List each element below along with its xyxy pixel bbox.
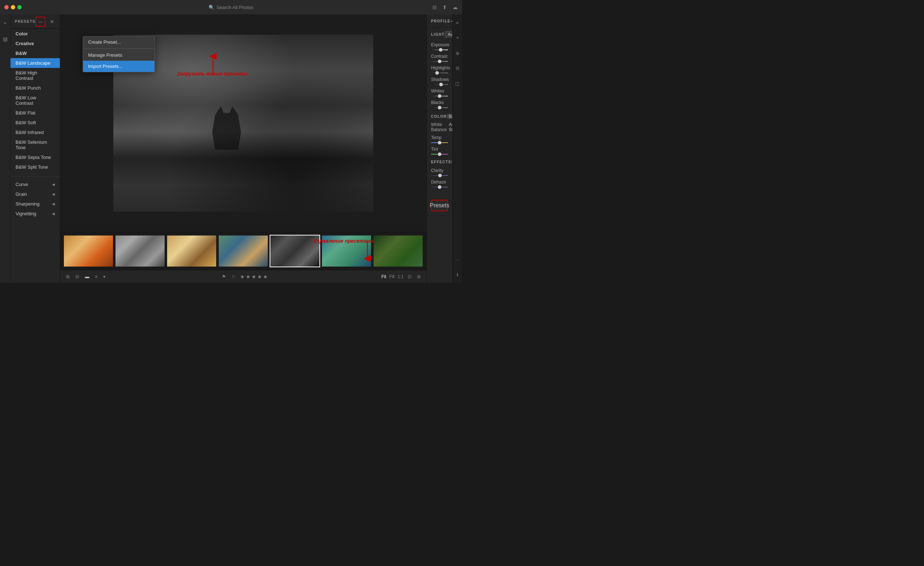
preset-expandable-vignetting[interactable]: Vignetting ◀ [10, 209, 60, 218]
single-view-icon[interactable]: ▬ [83, 273, 91, 280]
presets-close-button[interactable]: ✕ [48, 18, 56, 25]
traffic-lights [4, 5, 22, 9]
filter-icon[interactable]: ⊟ [432, 5, 437, 10]
preset-expandable-sharpening[interactable]: Sharpening ◀ [10, 199, 60, 209]
exposure-row: Exposure +0,29 [427, 41, 452, 49]
preset-item-bw-high-contrast[interactable]: B&W High Contrast [10, 68, 60, 83]
bw-badge[interactable]: B&W [447, 114, 452, 119]
thumb-1-img [64, 235, 113, 266]
add-icon[interactable]: ＋ [0, 18, 10, 28]
fit-button[interactable]: Fit [381, 274, 386, 279]
left-sidebar: ＋ ▤ [0, 14, 10, 283]
shadows-slider[interactable] [427, 83, 452, 87]
preset-item-bw-low-contrast[interactable]: B&W Low Contrast [10, 93, 60, 108]
highlights-thumb[interactable] [435, 71, 439, 75]
adjustments-icon[interactable]: ≡ [453, 18, 462, 27]
whites-slider[interactable] [427, 95, 452, 99]
color-section: COLOR B&W ▾ White Balance As Shot ▾ ✏ Te… [427, 110, 452, 157]
sort-dropdown[interactable]: ▾ [102, 273, 107, 280]
blacks-thumb[interactable] [438, 106, 441, 110]
preset-item-bw-flat[interactable]: B&W Flat [10, 108, 60, 118]
white-balance-value[interactable]: As Shot ▾ [449, 122, 452, 132]
sort-icon[interactable]: ≡ [93, 273, 99, 280]
import-presets-item[interactable]: Import Presets... [83, 61, 154, 72]
preset-item-bw-landscape[interactable]: B&W Landscape [10, 58, 60, 68]
exposure-slider[interactable] [427, 49, 452, 53]
layers-icon[interactable]: ▤ [0, 34, 10, 44]
healing-icon[interactable]: ⊕ [453, 48, 462, 58]
preset-expandable-curve[interactable]: Curve ◀ [10, 179, 60, 189]
fill-button[interactable]: Fill [389, 274, 394, 279]
search-icon: 🔍 [208, 5, 214, 10]
star-3[interactable]: ★ [252, 274, 256, 280]
preset-item-bw[interactable]: B&W [10, 48, 60, 58]
filmstrip-thumb-6[interactable] [321, 235, 372, 267]
preset-item-bw-selenium-tone[interactable]: B&W Selenium Tone [10, 137, 60, 152]
filmstrip-thumb-7[interactable] [373, 235, 423, 267]
dehaze-thumb[interactable] [438, 185, 441, 189]
presets-header: PRESETS ··· ✕ [10, 14, 60, 29]
star-2[interactable]: ★ [246, 274, 250, 280]
filmstrip-thumb-4[interactable] [218, 235, 268, 267]
star-4[interactable]: ★ [257, 274, 262, 280]
crop-icon[interactable]: ⧉ [416, 273, 422, 280]
dehaze-slider[interactable] [427, 186, 452, 190]
create-preset-item[interactable]: Create Preset... [83, 36, 154, 48]
highlights-slider[interactable] [427, 72, 452, 75]
filmstrip-thumb-5[interactable] [270, 235, 320, 267]
filmstrip-thumb-1[interactable] [63, 235, 114, 267]
compare-icon[interactable]: ⊡ [406, 273, 413, 280]
contrast-thumb[interactable] [438, 60, 441, 63]
share-icon[interactable]: ⬆ [442, 5, 447, 10]
bottom-toolbar: ⊞ ⊟ ▬ ≡ ▾ ⚑ ⚐ ★ ★ ★ ★ ★ Fit [60, 270, 426, 283]
contrast-slider[interactable] [427, 60, 452, 64]
more-options-icon[interactable]: ··· [453, 254, 462, 264]
preset-item-bw-soft[interactable]: B&W Soft [10, 118, 60, 128]
crop-right-icon[interactable]: ⧉ [453, 63, 462, 73]
star-5[interactable]: ★ [263, 274, 268, 280]
clarity-thumb[interactable] [438, 174, 442, 178]
tint-thumb[interactable] [438, 152, 441, 156]
tint-slider[interactable] [427, 153, 452, 157]
auto-button[interactable]: Auto [445, 31, 452, 38]
exposure-thumb[interactable] [439, 48, 442, 52]
preset-item-bw-punch[interactable]: B&W Punch [10, 83, 60, 93]
flag-prev-icon[interactable]: ⚑ [220, 273, 227, 280]
ratio-button[interactable]: 1:1 [398, 274, 404, 279]
temp-thumb[interactable] [438, 141, 441, 145]
brush-icon[interactable]: ⌖ [453, 33, 462, 43]
presets-menu-button[interactable]: ··· [35, 17, 45, 27]
close-button[interactable] [4, 5, 9, 9]
whites-thumb[interactable] [438, 94, 441, 98]
preset-item-bw-sepia-tone[interactable]: B&W Sepia Tone [10, 152, 60, 162]
minimize-button[interactable] [11, 5, 15, 9]
info-icon[interactable]: ℹ [453, 270, 462, 279]
clarity-slider[interactable] [427, 175, 452, 178]
filmstrip-thumb-3[interactable] [166, 235, 217, 267]
shadows-row: Shadows +17 [427, 75, 452, 83]
manage-presets-item[interactable]: Manage Presets [83, 50, 154, 61]
preset-expandable-grain[interactable]: Grain ◀ [10, 189, 60, 199]
preset-item-creative[interactable]: Creative [10, 39, 60, 48]
grid-small-icon[interactable]: ⊟ [74, 273, 81, 280]
whites-label: Whites [431, 89, 452, 93]
preset-item-color[interactable]: Color [10, 29, 60, 39]
whites-track [431, 96, 448, 96]
cloud-icon[interactable]: ☁ [453, 5, 458, 10]
fullscreen-button[interactable] [17, 5, 22, 9]
preset-item-bw-split-tone[interactable]: B&W Split Tone [10, 162, 60, 172]
presets-bottom-button[interactable]: Presets [431, 200, 448, 211]
star-1[interactable]: ★ [240, 274, 245, 280]
temp-slider[interactable] [427, 142, 452, 145]
toolbar-center: ⚑ ⚐ ★ ★ ★ ★ ★ [220, 273, 268, 280]
flag-icon[interactable]: ⚐ [230, 273, 237, 280]
preset-item-bw-infrared[interactable]: B&W Infrared [10, 128, 60, 137]
shadows-thumb[interactable] [439, 83, 443, 86]
blacks-slider[interactable] [427, 107, 452, 110]
grid-icon[interactable]: ⊞ [64, 273, 71, 280]
temp-track [431, 142, 448, 143]
search-bar[interactable]: 🔍 Search All Photos [208, 5, 254, 10]
star-rating[interactable]: ★ ★ ★ ★ ★ [240, 274, 268, 280]
filmstrip-thumb-2[interactable] [115, 235, 165, 267]
geometry-icon[interactable]: ◫ [453, 79, 462, 88]
